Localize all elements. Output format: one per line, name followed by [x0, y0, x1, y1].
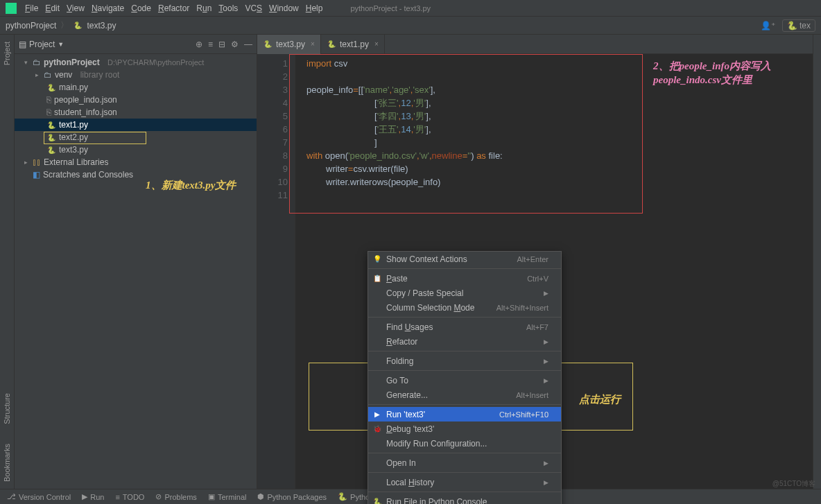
menu-vcs[interactable]: VCS: [245, 3, 262, 13]
todo-icon: ≡: [115, 493, 119, 501]
chevron-right-icon: 〉: [60, 19, 69, 31]
close-icon[interactable]: ×: [374, 40, 379, 48]
tree-file-selected[interactable]: 🐍text3.py: [15, 144, 257, 156]
tree-file[interactable]: ⎘student_info.json: [15, 106, 257, 119]
watermark: @51CTO博客: [772, 479, 815, 489]
sb-python-packages[interactable]: ⬢Python Packages: [257, 492, 327, 501]
breadcrumb: pythonProject 〉 🐍 text3.py: [6, 19, 116, 31]
tab-text3[interactable]: 🐍text3.py×: [257, 35, 321, 54]
menu-file[interactable]: File: [25, 3, 38, 13]
ctx-item[interactable]: Column Selection ModeAlt+Shift+Insert: [368, 300, 561, 315]
editor-tabs: 🐍text3.py× 🐍text1.py×: [257, 35, 813, 54]
problems-icon: ⊘: [155, 492, 162, 501]
tree-file[interactable]: 🐍text2.py: [15, 131, 257, 144]
sb-todo[interactable]: ≡TODO: [115, 493, 144, 501]
tree-file[interactable]: ⎘people_indo.json: [15, 94, 257, 106]
tree-external-libs[interactable]: ▸⫿⫿External Libraries: [15, 156, 257, 168]
tool-tab-project[interactable]: Project: [3, 39, 11, 68]
sb-terminal[interactable]: ▣Terminal: [208, 492, 247, 501]
ctx-item[interactable]: Modify Run Configuration...: [368, 436, 561, 451]
line-gutter: 1234567891011: [257, 54, 295, 489]
app-logo: [6, 3, 17, 14]
ctx-item[interactable]: Find UsagesAlt+F7: [368, 320, 561, 334]
right-tool-strip: [813, 35, 821, 489]
python-file-icon: 🐍: [46, 145, 56, 155]
run-config-selector[interactable]: 🐍 tex: [782, 19, 815, 32]
menu-edit[interactable]: Edit: [45, 3, 60, 13]
package-icon: ⬢: [257, 492, 264, 501]
breadcrumb-project[interactable]: pythonProject: [6, 21, 56, 31]
expand-icon[interactable]: ≡: [208, 40, 213, 49]
tree-root[interactable]: ▾ 🗀 pythonProject D:\PYCHARM\pythonProje…: [15, 56, 257, 69]
ctx-item[interactable]: 📋PasteCtrl+V: [368, 271, 561, 286]
menu-navigate[interactable]: Navigate: [92, 3, 124, 13]
ctx-item[interactable]: Go To▶: [368, 373, 561, 388]
chevron-right-icon[interactable]: ▸: [24, 159, 30, 166]
project-tree: ▾ 🗀 pythonProject D:\PYCHARM\pythonProje…: [15, 54, 257, 183]
tree-scratches[interactable]: ◧Scratches and Consoles: [15, 168, 257, 181]
ctx-item[interactable]: 🐞Debug 'text3': [368, 422, 561, 436]
left-tool-strip: Project Structure Bookmarks: [0, 35, 15, 489]
sb-run[interactable]: ▶Run: [82, 492, 104, 501]
tool-tab-bookmarks[interactable]: Bookmarks: [3, 441, 11, 485]
menu-view[interactable]: View: [67, 3, 85, 13]
navbar-actions: 👤⁺ 🐍 tex: [761, 19, 815, 32]
json-file-icon: ⎘: [46, 107, 51, 117]
menu-help[interactable]: Help: [306, 3, 323, 13]
hide-icon[interactable]: —: [244, 40, 252, 49]
ctx-item[interactable]: 🐍Run File in Python Console: [368, 494, 561, 504]
tree-file[interactable]: 🐍text1.py: [15, 119, 257, 131]
ctx-item[interactable]: Folding▶: [368, 354, 561, 368]
gear-icon[interactable]: ⚙: [231, 40, 239, 49]
ctx-item[interactable]: Refactor▶: [368, 334, 561, 349]
sidebar-title[interactable]: Project: [29, 40, 55, 49]
python-file-icon: 🐍: [46, 120, 56, 130]
sb-problems[interactable]: ⊘Problems: [155, 492, 196, 501]
library-icon: ⫿⫿: [33, 157, 41, 167]
scratch-icon: ◧: [33, 170, 40, 180]
locate-icon[interactable]: ⊕: [196, 40, 202, 49]
branch-icon: ⎇: [7, 492, 16, 501]
tool-tab-structure[interactable]: Structure: [3, 390, 11, 427]
folder-icon: 🗀: [44, 70, 52, 80]
json-file-icon: ⎘: [46, 95, 51, 105]
tree-file[interactable]: 🐍main.py: [15, 81, 257, 94]
python-file-icon: 🐍: [73, 21, 83, 31]
menubar: File Edit View Navigate Code Refactor Ru…: [0, 0, 821, 17]
folder-icon: 🗀: [33, 58, 41, 67]
ctx-item[interactable]: ▶Run 'text3'Ctrl+Shift+F10: [368, 407, 561, 422]
window-title: pythonProject - text3.py: [350, 4, 431, 12]
python-icon: 🐍: [338, 492, 347, 501]
menu-run[interactable]: Run: [196, 3, 211, 13]
ctx-item[interactable]: Copy / Paste Special▶: [368, 286, 561, 300]
user-icon[interactable]: 👤⁺: [761, 21, 775, 31]
collapse-icon[interactable]: ⊟: [218, 40, 225, 49]
context-menu: 💡Show Context ActionsAlt+Enter📋PasteCtrl…: [368, 251, 562, 504]
menu-window[interactable]: Window: [269, 3, 299, 13]
menu-refactor[interactable]: Refactor: [158, 3, 189, 13]
python-file-icon: 🐍: [263, 40, 273, 49]
project-sidebar: ▤ Project ▼ ⊕ ≡ ⊟ ⚙ — ▾ 🗀 pythonProject …: [15, 35, 257, 489]
project-view-icon: ▤: [19, 40, 26, 49]
ctx-item[interactable]: Generate...Alt+Insert: [368, 388, 561, 402]
terminal-icon: ▣: [208, 492, 215, 501]
sidebar-header: ▤ Project ▼ ⊕ ≡ ⊟ ⚙ —: [15, 35, 257, 54]
dropdown-icon[interactable]: ▼: [58, 41, 64, 48]
tree-venv[interactable]: ▸ 🗀 venv library root: [15, 69, 257, 81]
chevron-right-icon[interactable]: ▸: [35, 71, 41, 78]
tab-text1[interactable]: 🐍text1.py×: [321, 35, 385, 54]
chevron-down-icon[interactable]: ▾: [24, 59, 30, 66]
main-menu: File Edit View Navigate Code Refactor Ru…: [25, 3, 322, 13]
play-icon: ▶: [82, 492, 87, 501]
python-file-icon: 🐍: [327, 40, 336, 49]
ctx-item[interactable]: 💡Show Context ActionsAlt+Enter: [368, 252, 561, 266]
breadcrumb-file[interactable]: text3.py: [87, 21, 116, 31]
close-icon[interactable]: ×: [311, 40, 315, 48]
python-file-icon: 🐍: [46, 132, 56, 142]
ctx-item[interactable]: Open In▶: [368, 455, 561, 470]
navbar: pythonProject 〉 🐍 text3.py 👤⁺ 🐍 tex: [0, 17, 821, 35]
menu-code[interactable]: Code: [131, 3, 151, 13]
menu-tools[interactable]: Tools: [218, 3, 238, 13]
ctx-item[interactable]: Local History▶: [368, 475, 561, 489]
sb-version-control[interactable]: ⎇Version Control: [7, 492, 71, 501]
